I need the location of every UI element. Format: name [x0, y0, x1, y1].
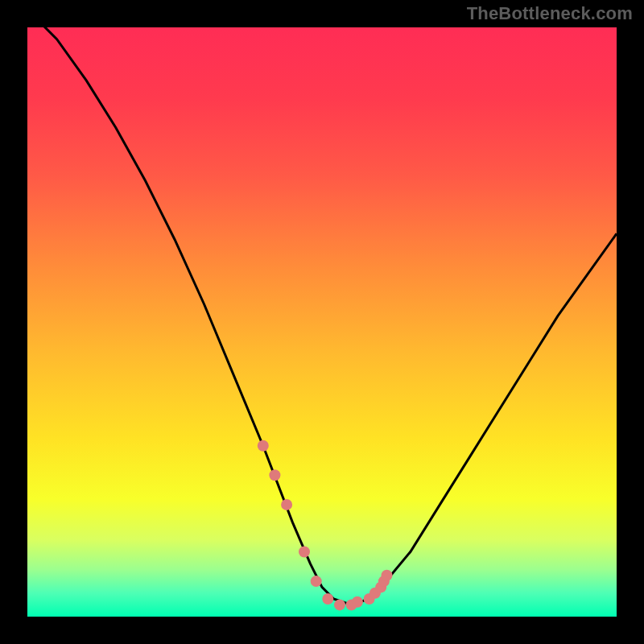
- gradient-background: [27, 27, 617, 617]
- chart-svg: [27, 27, 617, 617]
- marker-dot: [334, 599, 345, 610]
- marker-dot: [382, 570, 393, 581]
- marker-dot: [322, 593, 333, 605]
- plot-area: [27, 27, 617, 617]
- marker-dot: [352, 597, 363, 608]
- marker-dot: [299, 547, 310, 558]
- marker-dot: [311, 576, 322, 587]
- marker-dot: [258, 440, 269, 452]
- chart-frame: TheBottleneck.com: [0, 0, 644, 644]
- marker-dot: [269, 469, 280, 481]
- watermark-text: TheBottleneck.com: [467, 3, 633, 24]
- marker-dot: [281, 499, 292, 510]
